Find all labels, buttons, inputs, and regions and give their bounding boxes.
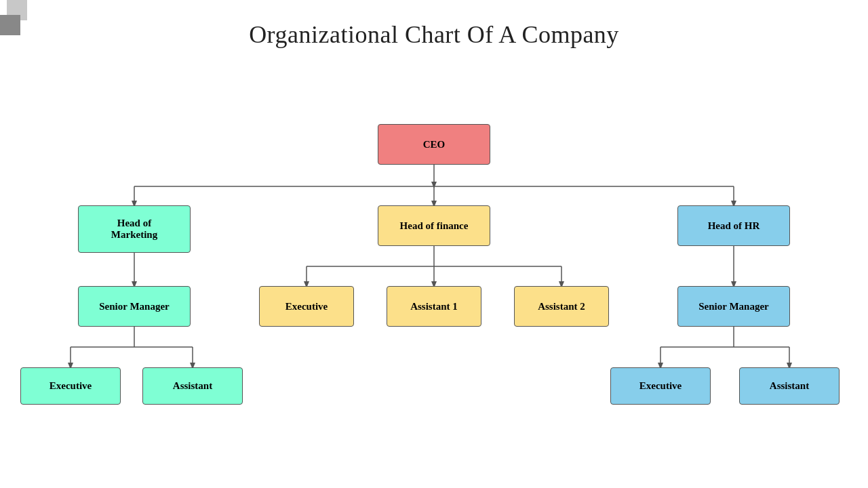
svg-marker-20	[431, 182, 437, 188]
page-title: Organizational Chart Of A Company	[0, 0, 868, 49]
assistant1-node: Assistant 1	[387, 286, 481, 327]
assistant2-label: Assistant 2	[538, 301, 585, 312]
head-hr-node: Head of HR	[677, 205, 790, 246]
ceo-node: CEO	[378, 124, 490, 165]
decorative-squares	[0, 0, 37, 37]
head-marketing-label: Head ofMarketing	[111, 218, 157, 241]
executive-right-node: Executive	[610, 367, 711, 405]
ceo-label: CEO	[423, 139, 446, 150]
senior-manager-left-label: Senior Manager	[99, 301, 169, 312]
senior-manager-right-label: Senior Manager	[698, 301, 768, 312]
executive-finance-node: Executive	[259, 286, 354, 327]
org-chart: CEO Head ofMarketing Head of finance Hea…	[0, 75, 868, 488]
executive-right-label: Executive	[639, 380, 682, 392]
head-finance-node: Head of finance	[378, 205, 490, 246]
head-hr-label: Head of HR	[708, 220, 760, 232]
assistant-right-label: Assistant	[770, 380, 809, 392]
head-marketing-node: Head ofMarketing	[78, 205, 191, 253]
assistant-left-label: Assistant	[173, 380, 212, 392]
assistant1-label: Assistant 1	[410, 301, 458, 312]
deco-sq-bottom	[0, 15, 20, 35]
assistant-left-node: Assistant	[142, 367, 243, 405]
assistant2-node: Assistant 2	[514, 286, 609, 327]
head-finance-label: Head of finance	[400, 220, 469, 232]
executive-finance-label: Executive	[285, 301, 328, 312]
executive-left-node: Executive	[20, 367, 121, 405]
senior-manager-right-node: Senior Manager	[677, 286, 790, 327]
senior-manager-left-node: Senior Manager	[78, 286, 191, 327]
executive-left-label: Executive	[50, 380, 92, 392]
assistant-right-node: Assistant	[739, 367, 840, 405]
